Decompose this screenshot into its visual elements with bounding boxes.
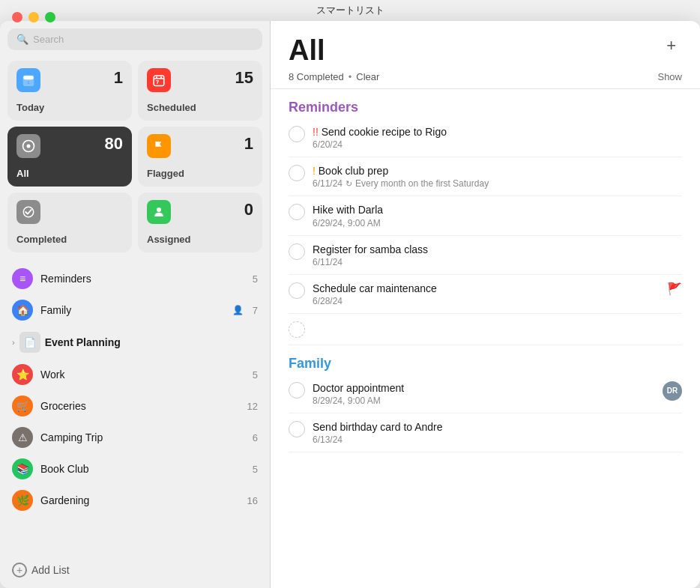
flagged-count: 1 — [244, 134, 253, 154]
reminder-date: 6/11/24 — [313, 178, 343, 189]
reminder-body: ! Book club prep 6/11/24 ↻ Every month o… — [313, 164, 682, 189]
reminder-title: Hike with Darla — [313, 203, 682, 216]
reminder-circle[interactable] — [289, 243, 305, 260]
close-button[interactable] — [12, 12, 22, 22]
list-name-book-club: Book Club — [40, 463, 245, 475]
reminder-meta: 8/29/24, 9:00 AM — [313, 395, 655, 406]
add-list-label: Add List — [31, 564, 70, 576]
list-count-groceries: 12 — [247, 401, 258, 412]
completed-bar: 8 Completed • Clear Show — [271, 67, 700, 89]
reminder-body: Hike with Darla 6/29/24, 9:00 AM — [313, 203, 682, 228]
list-name-groceries: Groceries — [40, 400, 240, 412]
add-list-circle-icon: + — [12, 563, 27, 578]
smart-tile-all[interactable]: 80 All — [7, 127, 132, 187]
recur-text: Every month on the first Saturday — [355, 178, 489, 189]
list-count-family: 7 — [253, 305, 258, 316]
list-item-book-club[interactable]: 📚 Book Club 5 — [7, 453, 262, 485]
reminder-title: !! Send cookie recipe to Rigo — [313, 125, 682, 139]
group-chevron-icon: › — [12, 338, 15, 347]
window-title: スマートリスト — [0, 0, 700, 21]
reminder-date: 6/28/24 — [313, 296, 343, 306]
clear-button[interactable]: Clear — [356, 71, 379, 82]
reminder-date: 6/13/24 — [313, 434, 343, 445]
reminder-circle[interactable] — [289, 321, 305, 338]
scheduled-icon — [147, 68, 171, 92]
reminder-title: Schedule car maintenance — [313, 282, 660, 295]
maximize-button[interactable] — [45, 12, 55, 22]
list-item-work[interactable]: ⭐ Work 5 — [7, 359, 262, 390]
reminder-body: Register for samba class 6/11/24 — [313, 243, 682, 267]
svg-point-5 — [160, 76, 162, 78]
reminder-item-r2: ! Book club prep 6/11/24 ↻ Every month o… — [289, 157, 682, 196]
flagged-label: Flagged — [147, 168, 253, 179]
assigned-label: Assigned — [147, 234, 253, 245]
sidebar: 🔍 Search 1 1 Today 15 Scheduled 80 All 1… — [0, 21, 270, 588]
add-list-button[interactable]: + Add List — [7, 555, 262, 588]
list-item-reminders[interactable]: ≡ Reminders 5 — [7, 263, 262, 294]
reminder-body: Schedule car maintenance 6/28/24 — [313, 282, 660, 306]
show-button[interactable]: Show — [657, 71, 682, 82]
search-bar[interactable]: 🔍 Search — [7, 28, 262, 50]
reminder-title: Send birthday card to Andre — [313, 420, 682, 434]
app-container: 🔍 Search 1 1 Today 15 Scheduled 80 All 1… — [0, 21, 700, 588]
list-name-camping-trip: Camping Trip — [40, 431, 245, 443]
all-count: 80 — [105, 134, 123, 154]
list-item-camping-trip[interactable]: ⚠ Camping Trip 6 — [7, 422, 262, 453]
list-item-gardening[interactable]: 🌿 Gardening 16 — [7, 485, 262, 516]
reminder-circle[interactable] — [289, 126, 305, 142]
main-header: All + — [271, 21, 700, 67]
reminder-item-r4: Register for samba class 6/11/24 — [289, 236, 682, 275]
smart-list-grid: 1 1 Today 15 Scheduled 80 All 1 Flagged … — [7, 61, 262, 252]
svg-point-4 — [156, 76, 157, 78]
all-label: All — [16, 168, 123, 179]
list-item-groceries[interactable]: 🛒 Groceries 12 — [7, 390, 262, 422]
main-content: All + 8 Completed • Clear Show Reminders… — [271, 21, 700, 588]
smart-tile-today[interactable]: 1 1 Today — [7, 61, 132, 121]
reminder-body: Doctor appointment 8/29/24, 9:00 AM — [313, 381, 655, 406]
smart-tile-flagged[interactable]: 1 Flagged — [138, 127, 262, 187]
reminder-date: 8/29/24, 9:00 AM — [313, 395, 381, 406]
add-reminder-button[interactable]: + — [660, 34, 682, 57]
reminder-meta: 6/11/24 — [313, 257, 682, 267]
list-count-camping-trip: 6 — [253, 432, 258, 443]
reminder-circle[interactable] — [289, 421, 305, 437]
reminder-meta: 6/29/24, 9:00 AM — [313, 218, 682, 228]
reminder-item-r6 — [289, 314, 682, 345]
reminder-circle[interactable] — [289, 204, 305, 220]
priority-icon: ! — [313, 165, 319, 177]
list-item-family[interactable]: 🏠 Family 👤 7 — [7, 294, 262, 326]
reminder-date: 6/11/24 — [313, 257, 343, 267]
reminders-list: Reminders !! Send cookie recipe to Rigo … — [271, 89, 700, 588]
reminder-meta: 6/13/24 — [313, 434, 682, 445]
reminder-circle[interactable] — [289, 382, 305, 398]
bullet-separator: • — [349, 71, 352, 82]
traffic-lights — [12, 12, 55, 22]
reminder-meta: 6/11/24 ↻ Every month on the first Satur… — [313, 178, 682, 189]
list-name-reminders: Reminders — [40, 273, 245, 285]
list-icon-book-club: 📚 — [12, 458, 33, 479]
list-icon-work: ⭐ — [12, 364, 33, 385]
reminder-circle[interactable] — [289, 165, 305, 181]
reminder-circle[interactable] — [289, 282, 305, 299]
list-name-gardening: Gardening — [40, 494, 240, 506]
list-icon-family: 🏠 — [12, 300, 33, 321]
scheduled-count: 15 — [235, 68, 253, 88]
smart-tile-completed[interactable]: Completed — [7, 193, 132, 252]
list-icon-camping-trip: ⚠ — [12, 427, 33, 448]
reminder-body: Send birthday card to Andre 6/13/24 — [313, 420, 682, 445]
smart-tile-assigned[interactable]: 0 Assigned — [138, 193, 262, 252]
smart-tile-scheduled[interactable]: 15 Scheduled — [138, 61, 262, 121]
group-row-event-planning[interactable]: › 📄 Event Planning — [7, 326, 262, 359]
main-title: All — [289, 34, 325, 67]
list-count-book-club: 5 — [253, 464, 258, 475]
reminder-date: 6/29/24, 9:00 AM — [313, 218, 381, 228]
list-count-work: 5 — [253, 369, 258, 381]
completed-bar-left: 8 Completed • Clear — [289, 71, 379, 82]
reminder-item-f1: Doctor appointment 8/29/24, 9:00 AM DR — [289, 375, 682, 413]
minimize-button[interactable] — [28, 12, 39, 22]
group-icon-event-planning: 📄 — [19, 332, 40, 353]
reminder-title: Doctor appointment — [313, 381, 655, 395]
completed-label: Completed — [16, 234, 123, 245]
search-input[interactable]: Search — [33, 34, 64, 45]
scheduled-label: Scheduled — [147, 102, 253, 113]
